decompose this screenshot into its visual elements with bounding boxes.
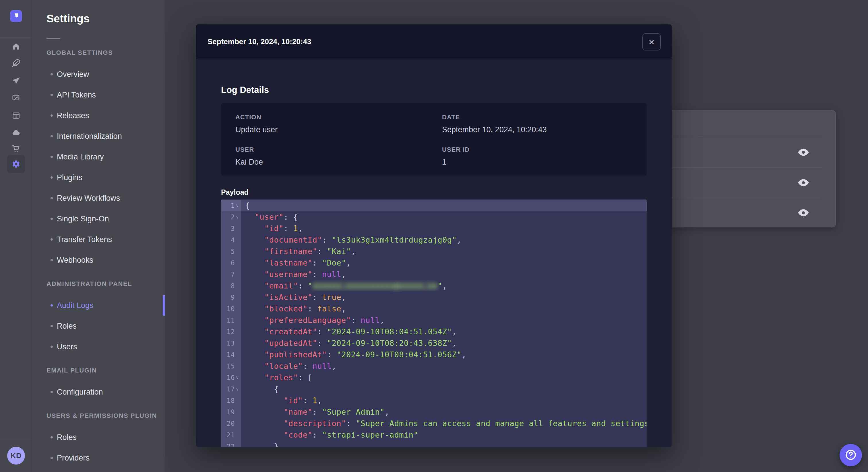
avatar[interactable]: KD	[7, 447, 25, 465]
code-line-content: "email": "xxxxxx.xxxxxxxxxx@xxxxx.xx",	[241, 280, 647, 292]
fold-chevron-icon[interactable]: ∨	[235, 372, 240, 383]
sidebar-item-label: Plugins	[57, 173, 82, 182]
fold-chevron-icon[interactable]: ∨	[235, 200, 240, 211]
code-token: :	[317, 339, 327, 347]
detail-field: ACTIONUpdate user	[236, 113, 442, 146]
sidebar-item-api-tokens[interactable]: API Tokens	[32, 85, 165, 105]
close-button[interactable]: ×	[642, 33, 661, 50]
sidebar-item-internationalization[interactable]: Internationalization	[32, 126, 165, 146]
sidebar-item-releases[interactable]: Releases	[32, 105, 165, 126]
bullet-dot	[51, 197, 53, 199]
code-line: 19 "name": "Super Admin",	[221, 406, 647, 418]
code-token: :	[313, 293, 322, 302]
modal-header: September 10, 2024, 10:20:43 ×	[196, 24, 672, 59]
strapi-logo[interactable]	[10, 10, 22, 22]
sidebar-item-label: Webhooks	[57, 256, 93, 265]
rail-item-paper-plane[interactable]	[7, 72, 25, 90]
payload-code-block[interactable]: 1∨{2∨ "user": {3 "id": 1,4 "documentId":…	[221, 199, 647, 447]
code-token	[245, 339, 265, 347]
code-token: false	[317, 304, 341, 313]
view-log-button[interactable]	[797, 206, 810, 220]
sidebar-item-plugins[interactable]: Plugins	[32, 167, 165, 188]
line-number-gutter: 2∨	[221, 211, 241, 223]
code-line-content: "createdAt": "2024-09-10T08:04:51.054Z",	[241, 326, 647, 338]
line-number: 1	[231, 200, 235, 211]
sidebar-item-providers[interactable]: Providers	[32, 448, 165, 468]
bullet-dot	[51, 436, 53, 438]
line-number: 3	[231, 223, 235, 234]
sidebar-item-roles[interactable]: Roles	[32, 427, 165, 448]
field-value: September 10, 2024, 10:20:43	[442, 125, 647, 134]
field-value: Update user	[236, 125, 442, 134]
nav-item-list: Audit LogsRolesUsers	[32, 295, 165, 357]
sidebar-item-users[interactable]: Users	[32, 336, 165, 357]
sidebar-item-webhooks[interactable]: Webhooks	[32, 250, 165, 270]
nav-section-label: ADMINISTRATION PANEL	[46, 280, 165, 286]
line-number-gutter: 4	[221, 234, 241, 246]
code-line-content: "id": 1,	[241, 395, 647, 406]
code-line: 13 "updatedAt": "2024-09-10T08:20:43.638…	[221, 338, 647, 349]
code-token: "Super Admins can access and manage all …	[355, 419, 647, 428]
sidebar-item-roles[interactable]: Roles	[32, 316, 165, 336]
code-token: "createdAt"	[265, 327, 317, 336]
modal-body: Log Details ACTIONUpdate userDATESeptemb…	[196, 85, 672, 447]
line-number-gutter: 8	[221, 280, 241, 292]
line-number: 20	[226, 418, 235, 429]
rail-item-layout[interactable]	[7, 106, 25, 125]
code-token: ,	[452, 327, 457, 336]
code-token: :	[327, 350, 337, 359]
rail-item-cloud[interactable]	[7, 123, 25, 142]
sidebar-item-overview[interactable]: Overview	[32, 64, 165, 85]
code-token: :	[346, 419, 356, 428]
fold-chevron-icon[interactable]: ∨	[235, 383, 240, 395]
gear-icon	[12, 160, 20, 168]
fold-chevron-icon[interactable]: ∨	[235, 211, 240, 223]
sidebar-item-media-library[interactable]: Media Library	[32, 146, 165, 167]
settings-sidebar: Settings GLOBAL SETTINGSOverviewAPI Toke…	[32, 0, 165, 472]
code-token: "lastname"	[265, 258, 313, 267]
help-button[interactable]	[840, 444, 862, 466]
code-token: :	[317, 247, 327, 256]
sidebar-item-review-workflows[interactable]: Review Workflows	[32, 188, 165, 208]
feather-icon	[12, 59, 20, 67]
code-line: 6 "lastname": "Doe",	[221, 257, 647, 269]
field-label: DATE	[442, 113, 647, 121]
code-line-content: "username": null,	[241, 269, 647, 280]
view-log-button[interactable]	[797, 176, 810, 189]
code-token: ,	[462, 350, 466, 359]
nav-section-label: EMAIL PLUGIN	[46, 367, 165, 373]
rail-item-gear[interactable]	[7, 155, 25, 173]
eye-icon	[797, 176, 810, 189]
view-log-button[interactable]	[797, 146, 810, 159]
code-token	[245, 258, 265, 267]
code-token	[245, 350, 265, 359]
bullet-dot	[51, 391, 53, 393]
line-number-gutter: 14	[221, 349, 241, 361]
sidebar-item-label: Single Sign-On	[57, 214, 109, 224]
code-token: "username"	[265, 270, 313, 279]
code-token: "Kai"	[327, 247, 351, 256]
rail-item-feather[interactable]	[7, 54, 25, 72]
rail-item-home[interactable]	[7, 37, 25, 56]
code-token: :	[284, 224, 293, 233]
sidebar-item-audit-logs[interactable]: Audit Logs	[32, 295, 165, 316]
sidebar-item-label: API Tokens	[57, 91, 96, 100]
code-token	[245, 212, 255, 222]
line-number-gutter: 1∨	[221, 200, 241, 211]
code-line-content: {	[241, 383, 647, 395]
rail-item-images[interactable]	[7, 89, 25, 107]
code-line: 2∨ "user": {	[221, 211, 647, 223]
line-number-gutter: 18	[221, 395, 241, 406]
code-line-content: "preferedLanguage": null,	[241, 314, 647, 326]
bullet-dot	[51, 238, 53, 241]
sidebar-item-single-sign-on[interactable]: Single Sign-On	[32, 208, 165, 229]
sidebar-item-configuration[interactable]: Configuration	[32, 382, 165, 402]
line-number-gutter: 10	[221, 303, 241, 314]
line-number: 18	[226, 395, 235, 406]
sidebar-item-transfer-tokens[interactable]: Transfer Tokens	[32, 229, 165, 250]
bullet-dot	[51, 156, 53, 158]
code-token: "2024-09-10T08:04:51.056Z"	[336, 350, 462, 359]
code-token: :	[351, 316, 361, 325]
code-token	[245, 362, 265, 370]
line-number: 2	[231, 211, 235, 223]
